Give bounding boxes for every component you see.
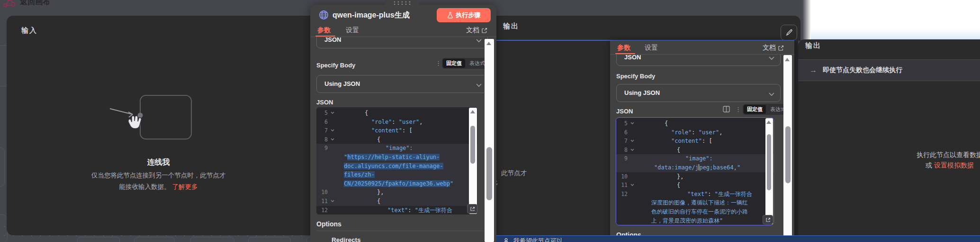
code-line[interactable]: 色的破旧的自行车停在一条泥泞的小路 (616, 207, 773, 216)
fold-chevron-icon[interactable] (331, 200, 334, 203)
d2-json-editor[interactable]: 5{6"role": "user",7"content": [8{9"image… (616, 117, 774, 225)
code-line[interactable]: 9"image": (616, 154, 773, 163)
fold-chevron-icon[interactable] (630, 122, 634, 125)
d1-panel-scrollbar[interactable] (485, 39, 494, 242)
code-line[interactable]: 上，背景是茂密的原始森林" (616, 216, 773, 225)
options-divider (316, 231, 487, 231)
canvas-node[interactable] (134, 237, 175, 242)
code-line[interactable]: 11{ (616, 181, 773, 190)
content-type-value: JSON (324, 37, 341, 43)
d2-output-panel: 输出 → 即使节点失败也会继续执行 执行此节点以查看数据 或 设置模拟数据 (798, 39, 980, 242)
editor-scrollbar[interactable] (469, 108, 477, 214)
code-text: { (377, 198, 380, 205)
line-number: 6 (316, 118, 328, 127)
code-line[interactable]: 5{ (316, 109, 477, 118)
d2-output-title: 输出 (805, 41, 821, 50)
line-number: 11 (616, 181, 628, 190)
code-text: { (377, 136, 380, 143)
code-line[interactable]: 11{ (316, 197, 477, 206)
canvas-node[interactable] (77, 237, 120, 242)
fold-chevron-icon[interactable] (630, 149, 634, 151)
split-view-icon[interactable] (723, 106, 730, 114)
code-text: peg;base64," (699, 164, 740, 171)
fold-chevron-icon[interactable] (630, 184, 634, 186)
fold-chevron-icon[interactable] (331, 112, 334, 114)
d2-body-mode-value: Using JSON (624, 89, 660, 96)
run-step-label: 执行步骤 (456, 11, 481, 19)
code-line[interactable]: 7"content": [ (616, 137, 773, 146)
json-editor[interactable]: 5{6"role": "user",7"content": [8{9"image… (316, 107, 477, 214)
specify-body-label: Specify Body (316, 62, 355, 69)
continue-on-fail-banner[interactable]: → 即使节点失败也会继续执行 (798, 59, 980, 81)
fixed-value-toggle[interactable]: 固定值 (443, 59, 465, 68)
back-to-canvas-button[interactable]: 返回画布 (3, 0, 50, 9)
code-line[interactable]: "data:image/jpeg;base64," (616, 163, 773, 172)
line-number: 7 (316, 126, 328, 135)
edit-output-button[interactable] (781, 25, 797, 40)
options-label: Options (316, 220, 342, 228)
d2-editor-scrollbar[interactable] (765, 118, 773, 224)
line-number: 9 (316, 144, 328, 153)
code-line[interactable]: doc.aliyuncs.com/file-manage- (316, 162, 477, 171)
code-line[interactable]: files/zh- (316, 170, 477, 179)
body-mode-dropdown[interactable]: Using JSON (316, 75, 488, 93)
tab-parameters[interactable]: 参数 (317, 26, 331, 35)
code-line[interactable]: 5{ (616, 119, 773, 128)
code-line[interactable]: CN/20250925/fpakfo/image36.webp" (316, 179, 477, 188)
panel-drag-handle[interactable] (385, 0, 419, 6)
d2-body-mode-dropdown[interactable]: Using JSON (616, 84, 781, 102)
ai-prompt-bar[interactable]: 我希望此节点可以 (496, 235, 980, 242)
d2-tab-parameters[interactable]: 参数 (617, 44, 630, 52)
docs-link[interactable]: 文档 (466, 26, 487, 35)
code-line[interactable]: 6"role": "user", (616, 128, 773, 137)
code-text: }, (677, 173, 683, 180)
content-type-dropdown[interactable]: JSON (316, 37, 488, 48)
kebab-menu-icon[interactable]: ⋮ (735, 106, 741, 113)
flask-icon (447, 12, 453, 19)
ai-prompt-text[interactable]: 我希望此节点可以 (513, 237, 563, 242)
editor-expand-button[interactable] (467, 204, 477, 214)
selected-code-text: doc.aliyuncs.com/file-manage- (344, 163, 443, 169)
code-line[interactable]: "https://help-static-aliyun- (316, 153, 477, 162)
line-number: 6 (616, 128, 628, 137)
fold-chevron-icon[interactable] (331, 129, 334, 132)
d2-fixed-value-toggle[interactable]: 固定值 (744, 105, 766, 114)
code-line[interactable]: 10}, (316, 188, 477, 197)
connect-description: 仅当您将此节点连接到另一个节点时，此节点才 能接收输入数据。 了解更多 (7, 171, 310, 191)
white-panel-edge (802, 0, 811, 41)
code-line[interactable]: 8{ (616, 146, 773, 155)
kebab-menu-icon[interactable]: ⋮ (435, 60, 441, 67)
code-line[interactable]: 10}, (616, 172, 773, 181)
value-mode-toggle[interactable]: 固定值 表达式 (442, 58, 489, 69)
canvas-node[interactable] (0, 147, 5, 187)
code-line[interactable]: 7"content": [ (316, 126, 477, 135)
canvas-node[interactable] (248, 237, 291, 242)
code-line[interactable]: 8{ (316, 135, 477, 144)
fold-chevron-icon[interactable] (630, 140, 634, 142)
learn-more-link[interactable]: 了解更多 (172, 183, 198, 190)
d2-config-content: JSON Specify Body Using JSON JSON ⋮ 固定值 … (610, 55, 794, 242)
code-line[interactable]: 12"text": "生成一张符合 (316, 206, 477, 214)
code-line[interactable]: 6"role": "user", (316, 118, 477, 127)
run-step-button[interactable]: 执行步骤 (437, 8, 491, 22)
code-text: 色的破旧的自行车停在一条泥泞的小路 (651, 208, 748, 215)
line-number: 7 (616, 137, 628, 146)
code-line[interactable]: 9"image": (316, 144, 477, 153)
fold-chevron-icon[interactable] (331, 138, 334, 141)
line-number: 10 (316, 188, 328, 197)
d2-tab-settings[interactable]: 设置 (645, 44, 658, 52)
external-link-icon (778, 45, 784, 51)
d2-content-type-dropdown[interactable]: JSON (616, 55, 781, 66)
d2-docs-link[interactable]: 文档 (763, 44, 784, 52)
code-line[interactable]: 深度图的图像，遵循以下描述：一辆红 (616, 198, 773, 207)
d2-value-mode-toggle[interactable]: 固定值 表达式 (743, 104, 790, 115)
d1-config-panel: qwen-image-plus生成 执行步骤 参数 设置 文档 JSON Spe… (310, 5, 496, 242)
d2-panel-scrollbar[interactable] (783, 55, 792, 242)
d2-editor-expand-button[interactable] (763, 215, 773, 224)
canvas-node[interactable] (190, 237, 234, 242)
tab-settings[interactable]: 设置 (346, 26, 359, 35)
d2-specify-body-label: Specify Body (616, 73, 655, 80)
code-line[interactable]: 12"text": "生成一张符合 (616, 190, 773, 199)
set-mock-data-link[interactable]: 设置模拟数据 (934, 161, 974, 169)
d2-learn-more-link[interactable]: 了解更多 (496, 179, 498, 188)
